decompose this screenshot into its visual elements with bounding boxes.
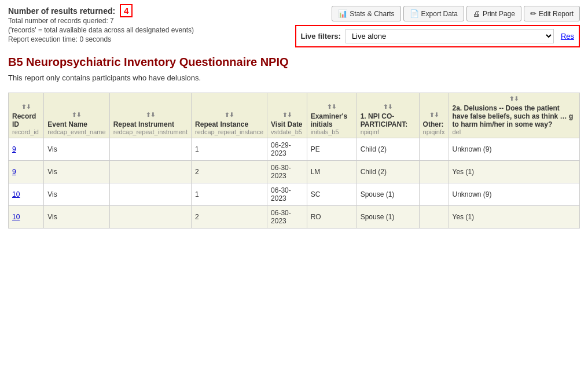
record-id-link[interactable]: 10 [12,190,20,198]
table-row: 10Vis106-30-2023SCSpouse (1)Unknown (9) [9,183,580,206]
top-section: Number of results returned: 4 Total numb… [8,6,580,47]
col-examiners-initials: ⬆⬇ Examiner's initials initials_b5 [307,93,357,138]
col-event-name: ⬆⬇ Event Name redcap_event_name [44,93,109,138]
cell-repeat_instrument [109,161,191,183]
col-visit-date: ⬆⬇ Visit Date vstdate_b5 [267,93,307,138]
cell-event_name: Vis [44,206,109,229]
sort-arrows-repeat-instrument[interactable]: ⬆⬇ [146,112,155,118]
col-npi-co-participant: ⬆⬇ 1. NPI CO-PARTICIPANT: npiqinf [357,93,419,138]
cell-delusions: Unknown (9) [449,138,580,161]
record-id-link[interactable]: 9 [12,145,16,153]
report-title: B5 Neuropsychiatric Inventory Questionna… [8,56,580,69]
sort-arrows-other[interactable]: ⬆⬇ [429,112,439,118]
cell-npi_co_participant: Spouse (1) [357,183,419,206]
data-table: ⬆⬇ Record ID record_id ⬆⬇ Event Name red… [8,93,580,229]
stats-charts-button[interactable]: 📊 Stats & Charts [332,6,400,21]
results-count: 4 [120,4,133,17]
cell-repeat_instrument [109,138,191,161]
cell-examiners_initials: SC [307,183,357,206]
cell-visit_date: 06-30-2023 [267,206,307,229]
cell-other [419,161,449,183]
cell-event_name: Vis [44,183,109,206]
print-page-label: Print Page [483,10,515,18]
table-row: 10Vis206-30-2023ROSpouse (1)Yes (1) [9,206,580,229]
report-description: This report only contains participants w… [8,73,580,82]
sort-arrows-record-id[interactable]: ⬆⬇ [21,104,31,110]
col-repeat-instance: ⬆⬇ Repeat Instance redcap_repeat_instanc… [192,93,267,138]
cell-repeat_instance: 2 [192,206,267,229]
col-other: ⬆⬇ Other: npiqinfx [419,93,449,138]
results-label: Number of results returned: [8,6,115,16]
cell-npi_co_participant: Child (2) [357,138,419,161]
table-row: 9Vis206-30-2023LMChild (2)Yes (1) [9,161,580,183]
sort-arrows-npi[interactable]: ⬆⬇ [383,104,392,110]
live-filters-select[interactable]: Live alone [346,29,554,43]
cell-other [419,206,449,229]
live-filters-box: Live filters: Live alone Res [295,25,580,47]
results-line: Number of results returned: 4 [8,6,295,16]
cell-delusions: Yes (1) [449,206,580,229]
cell-examiners_initials: PE [307,138,357,161]
stats-info: Number of results returned: 4 Total numb… [8,6,295,45]
cell-record_id: 10 [9,206,44,229]
cell-examiners_initials: RO [307,206,357,229]
edit-icon: ✏ [530,9,536,18]
col-repeat-instrument: ⬆⬇ Repeat Instrument redcap_repeat_instr… [109,93,191,138]
sort-arrows-event-name[interactable]: ⬆⬇ [72,112,81,118]
btn-row: 📊 Stats & Charts 📄 Export Data 🖨 Print P… [332,6,580,21]
stats-charts-label: Stats & Charts [350,10,394,18]
record-id-link[interactable]: 10 [12,213,20,221]
cell-record_id: 9 [9,138,44,161]
table-row: 9Vis106-29-2023PEChild (2)Unknown (9) [9,138,580,161]
print-page-button[interactable]: 🖨 Print Page [466,6,521,21]
cell-visit_date: 06-30-2023 [267,161,307,183]
cell-event_name: Vis [44,161,109,183]
edit-report-label: Edit Report [539,10,574,18]
cell-npi_co_participant: Spouse (1) [357,206,419,229]
cell-event_name: Vis [44,138,109,161]
cell-repeat_instance: 1 [192,138,267,161]
export-data-label: Export Data [421,10,458,18]
stats-icon: 📊 [338,9,347,18]
total-line: Total number of records queried: 7 [8,17,295,25]
sort-arrows-visit-date[interactable]: ⬆⬇ [282,112,292,118]
cell-visit_date: 06-30-2023 [267,183,307,206]
record-id-link[interactable]: 9 [12,168,16,176]
sort-arrows-examiners-initials[interactable]: ⬆⬇ [327,104,336,110]
edit-report-button[interactable]: ✏ Edit Report [524,6,580,21]
cell-record_id: 10 [9,183,44,206]
cell-other [419,138,449,161]
cell-repeat_instrument [109,206,191,229]
print-icon: 🖨 [473,9,480,18]
exec-time: Report execution time: 0 seconds [8,35,295,43]
cell-repeat_instrument [109,183,191,206]
cell-other [419,183,449,206]
table-header-row: ⬆⬇ Record ID record_id ⬆⬇ Event Name red… [9,93,580,138]
toolbar: 📊 Stats & Charts 📄 Export Data 🖨 Print P… [295,6,580,47]
records-note: ('records' = total available data across… [8,26,295,34]
export-data-button[interactable]: 📄 Export Data [403,6,464,21]
cell-record_id: 9 [9,161,44,183]
cell-repeat_instance: 1 [192,183,267,206]
reset-link[interactable]: Res [561,32,574,40]
sort-arrows-repeat-instance[interactable]: ⬆⬇ [225,112,234,118]
cell-examiners_initials: LM [307,161,357,183]
cell-npi_co_participant: Child (2) [357,161,419,183]
col-delusions: ⬆⬇ 2a. Delusions -- Does the patient hav… [449,93,580,138]
sort-arrows-delusions[interactable]: ⬆⬇ [509,95,519,102]
cell-delusions: Yes (1) [449,161,580,183]
cell-delusions: Unknown (9) [449,183,580,206]
col-record-id: ⬆⬇ Record ID record_id [9,93,44,138]
live-filters-label: Live filters: [301,32,341,40]
export-icon: 📄 [410,9,419,18]
cell-repeat_instance: 2 [192,161,267,183]
cell-visit_date: 06-29-2023 [267,138,307,161]
